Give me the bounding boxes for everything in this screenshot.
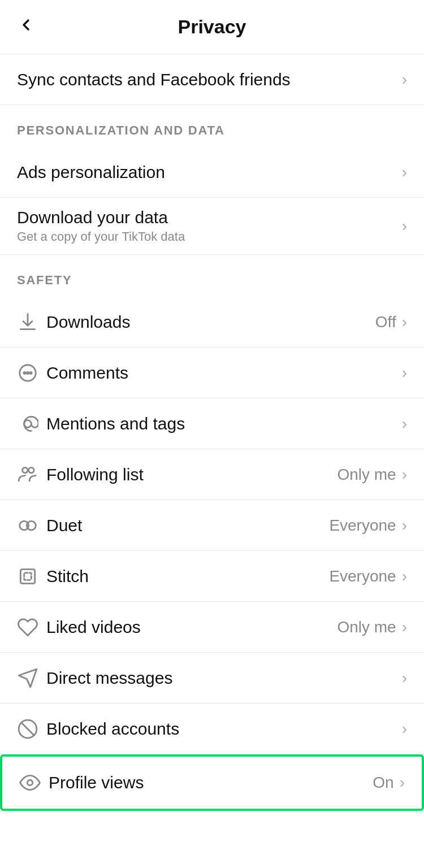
comments-item[interactable]: Comments › xyxy=(0,348,424,398)
download-right: › xyxy=(400,217,407,235)
chevron-icon: › xyxy=(400,774,405,792)
block-icon xyxy=(17,718,46,740)
chevron-icon: › xyxy=(402,567,407,585)
duet-right: Everyone › xyxy=(329,517,407,535)
comments-icon xyxy=(17,362,46,384)
chevron-icon: › xyxy=(402,71,407,89)
downloads-value: Off xyxy=(375,313,396,331)
top-section: Sync contacts and Facebook friends › xyxy=(0,54,424,105)
following-list-item[interactable]: Following list Only me › xyxy=(0,449,424,500)
blocked-accounts-label: Blocked accounts xyxy=(46,719,400,739)
ads-personalization-label: Ads personalization xyxy=(17,163,400,182)
svg-point-2 xyxy=(27,372,28,374)
following-value: Only me xyxy=(337,466,396,484)
chevron-icon: › xyxy=(402,163,407,181)
safety-section-label: SAFETY xyxy=(0,255,424,297)
download-data-label: Download your data xyxy=(17,208,400,227)
svg-point-14 xyxy=(27,780,33,785)
stitch-value: Everyone xyxy=(329,567,396,585)
sync-contacts-item[interactable]: Sync contacts and Facebook friends › xyxy=(0,54,424,105)
svg-point-6 xyxy=(29,467,34,473)
profile-views-label: Profile views xyxy=(49,773,373,792)
back-button[interactable] xyxy=(17,16,35,38)
chevron-icon: › xyxy=(402,415,407,433)
chevron-icon: › xyxy=(402,618,407,636)
svg-line-13 xyxy=(21,722,34,735)
liked-videos-item[interactable]: Liked videos Only me › xyxy=(0,602,424,653)
direct-messages-label: Direct messages xyxy=(46,669,400,688)
chevron-icon: › xyxy=(402,669,407,687)
mentions-tags-item[interactable]: Mentions and tags › xyxy=(0,398,424,449)
blocked-accounts-item[interactable]: Blocked accounts › xyxy=(0,704,424,754)
comments-right: › xyxy=(400,364,407,382)
duet-label: Duet xyxy=(46,516,329,535)
stitch-icon xyxy=(17,566,46,587)
download-data-sublabel: Get a copy of your TikTok data xyxy=(17,229,400,244)
mentions-right: › xyxy=(400,415,407,433)
profile-views-item[interactable]: Profile views On › xyxy=(0,754,424,811)
messages-icon xyxy=(17,667,46,689)
profile-views-value: On xyxy=(373,774,393,792)
mention-icon xyxy=(17,413,46,435)
mentions-tags-label: Mentions and tags xyxy=(46,414,400,433)
blocked-right: › xyxy=(400,720,407,738)
sync-contacts-label: Sync contacts and Facebook friends xyxy=(17,70,400,89)
personalization-section-label: PERSONALIZATION AND DATA xyxy=(0,105,424,147)
chevron-icon: › xyxy=(402,313,407,331)
svg-point-5 xyxy=(23,467,28,473)
svg-point-3 xyxy=(30,372,32,374)
stitch-item[interactable]: Stitch Everyone › xyxy=(0,551,424,602)
chevron-icon: › xyxy=(402,720,407,738)
chevron-icon: › xyxy=(402,364,407,382)
svg-rect-9 xyxy=(20,569,34,583)
svg-marker-11 xyxy=(19,669,37,687)
ads-personalization-item[interactable]: Ads personalization › xyxy=(0,147,424,198)
downloads-right: Off › xyxy=(375,313,407,331)
chevron-icon: › xyxy=(402,466,407,484)
eye-icon xyxy=(19,772,49,793)
chevron-icon: › xyxy=(402,217,407,235)
svg-point-1 xyxy=(24,372,25,374)
heart-icon xyxy=(17,617,46,638)
following-right: Only me › xyxy=(337,466,407,484)
dm-right: › xyxy=(400,669,407,687)
stitch-right: Everyone › xyxy=(329,567,407,585)
profile-views-right: On › xyxy=(373,774,405,792)
following-list-label: Following list xyxy=(46,465,337,484)
direct-messages-item[interactable]: Direct messages › xyxy=(0,653,424,704)
stitch-label: Stitch xyxy=(46,567,329,586)
header: Privacy xyxy=(0,0,424,54)
duet-icon xyxy=(17,515,46,536)
duet-value: Everyone xyxy=(329,517,396,535)
comments-label: Comments xyxy=(46,363,400,383)
safety-section: SAFETY Downloads Off › Comments xyxy=(0,255,424,811)
personalization-section: PERSONALIZATION AND DATA Ads personaliza… xyxy=(0,105,424,255)
liked-videos-label: Liked videos xyxy=(46,618,337,637)
downloads-item[interactable]: Downloads Off › xyxy=(0,297,424,348)
downloads-label: Downloads xyxy=(46,313,375,332)
duet-item[interactable]: Duet Everyone › xyxy=(0,500,424,551)
following-icon xyxy=(17,464,46,485)
ads-right: › xyxy=(400,163,407,181)
liked-value: Only me xyxy=(337,618,396,636)
download-icon xyxy=(17,311,46,333)
svg-rect-10 xyxy=(24,572,32,580)
page-title: Privacy xyxy=(178,16,246,38)
download-data-item[interactable]: Download your data Get a copy of your Ti… xyxy=(0,198,424,255)
sync-contacts-right: › xyxy=(400,71,407,89)
chevron-icon: › xyxy=(402,517,407,535)
liked-right: Only me › xyxy=(337,618,407,636)
